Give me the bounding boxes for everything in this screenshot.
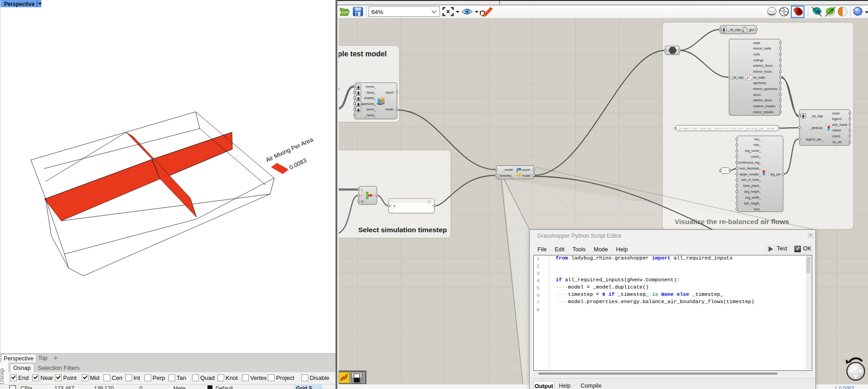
svg-text:rooms_: rooms_	[365, 85, 376, 89]
svg-text:leg_par: leg_par	[770, 173, 781, 176]
svg-text:doors_: doors_	[366, 108, 376, 111]
svg-text:_name_: _name_	[364, 114, 376, 117]
svg-text:air_walls: air_walls	[753, 76, 765, 80]
svg-text:colors: colors	[832, 135, 841, 138]
svg-text:geo: geo	[749, 28, 755, 32]
svg-text:L: L	[361, 188, 363, 191]
svg-text:properties.energy.construction: properties.energy.construction.air_mixin…	[679, 127, 774, 130]
svg-text:6: 6	[394, 204, 395, 208]
svg-text:Air Mixing Per Area: Air Mixing Per Area	[265, 136, 315, 164]
svg-text:vis_set: vis_set	[832, 140, 842, 144]
svg-text:ceilings: ceilings	[753, 59, 764, 62]
svg-text:vert_or_horiz_: vert_or_horiz_	[741, 178, 761, 182]
svg-text:seg_width_: seg_width_	[745, 196, 761, 199]
svg-text:colors_: colors_	[751, 155, 761, 159]
svg-text:_hb_objs: _hb_objs	[728, 28, 741, 32]
svg-text:4: 4	[724, 169, 726, 172]
svg-text:mesh: mesh	[832, 112, 840, 115]
svg-text:wire_frame: wire_frame	[832, 123, 848, 127]
svg-text:interior_floors: interior_floors	[753, 70, 772, 74]
svg-text:64%: 64%	[371, 9, 383, 15]
svg-text:seg_count_: seg_count_	[745, 149, 761, 153]
svg-text:exterior_floors: exterior_floors	[753, 64, 773, 68]
svg-text:base_plane_: base_plane_	[743, 184, 761, 188]
svg-text:faces_: faces_	[367, 91, 376, 95]
svg-text:interior_walls: interior_walls	[753, 47, 771, 50]
svg-text:text_height_: text_height_	[744, 202, 761, 205]
svg-text:apertures: apertures	[753, 81, 766, 85]
svg-text:outdoor_shades: outdoor_shades	[753, 105, 775, 108]
svg-text:max_: max_	[753, 143, 761, 147]
svg-text:legend_par_: legend_par_	[806, 138, 823, 141]
svg-text:walls: walls	[753, 41, 760, 45]
svg-text:roofs: roofs	[753, 53, 760, 56]
svg-text:0: 0	[390, 204, 392, 208]
svg-text:Select simulation timestep: Select simulation timestep	[358, 226, 447, 234]
svg-text:_hb_objs: _hb_objs	[810, 115, 823, 118]
svg-text:font_: font_	[754, 208, 761, 211]
svg-text:ple test model: ple test model	[339, 50, 387, 58]
svg-text:interior_doors: interior_doors	[753, 99, 772, 102]
svg-text:_hb_objs: _hb_objs	[730, 76, 744, 80]
svg-text:num_decimals_: num_decimals_	[739, 167, 761, 170]
svg-text:values: values	[832, 129, 841, 132]
svg-text:0.0083: 0.0083	[288, 157, 308, 171]
svg-text:model: model	[522, 174, 531, 177]
svg-text:interior_apertures: interior_apertures	[753, 87, 778, 91]
svg-text:indoor_shades: indoor_shades	[753, 110, 774, 114]
svg-text:larger_smaller_: larger_smaller_	[740, 173, 761, 176]
svg-text:seg_height_: seg_height_	[744, 190, 761, 194]
svg-text:_attribute: _attribute	[809, 126, 823, 130]
svg-text:report: report	[385, 91, 394, 95]
svg-text:_model: _model	[503, 168, 513, 172]
svg-text:W: W	[361, 200, 364, 203]
svg-text:report: report	[522, 168, 530, 172]
svg-text:continuous_leg_: continuous_leg_	[738, 161, 761, 165]
svg-text:doors: doors	[753, 93, 761, 96]
svg-text:min_: min_	[754, 138, 761, 141]
svg-text:{0}: {0}	[427, 200, 431, 204]
svg-text:legend: legend	[832, 117, 842, 121]
svg-text:model: model	[385, 108, 394, 111]
svg-text:apertures_: apertures_	[361, 102, 376, 106]
svg-text:_timestep_: _timestep_	[498, 174, 513, 178]
svg-text:shades_: shades_	[364, 96, 376, 100]
